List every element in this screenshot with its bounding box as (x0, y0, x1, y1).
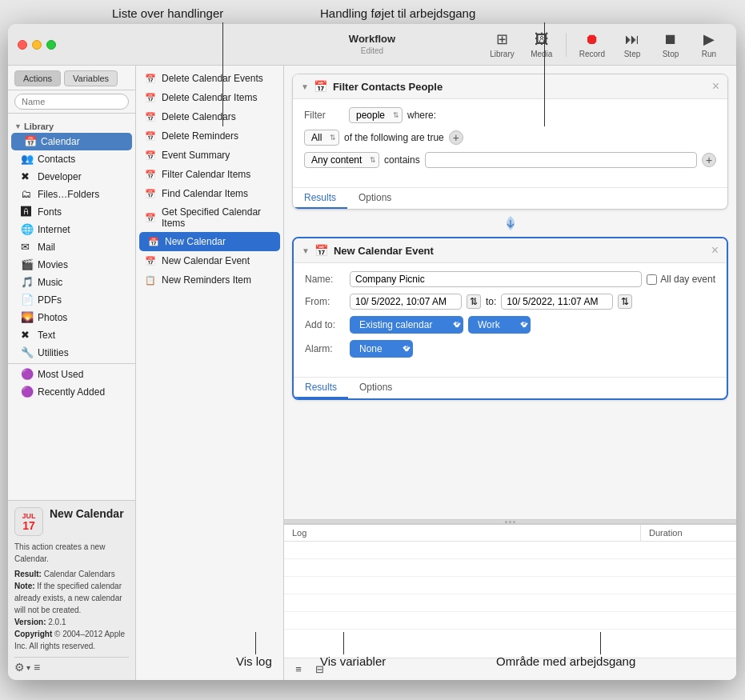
stop-button[interactable]: ⏹ Stop (653, 28, 688, 62)
sidebar-item-contacts[interactable]: 👥 Contacts (8, 150, 135, 168)
media-button[interactable]: 🖼 Media (524, 28, 559, 62)
sidebar-item-calendar[interactable]: 📅 Calendar (11, 133, 132, 150)
add-filter-button[interactable]: + (449, 130, 463, 145)
sidebar-item-movies[interactable]: 🎬 Movies (8, 256, 135, 274)
action-delete-events[interactable]: 📅 Delete Calendar Events (136, 69, 283, 88)
calendar-name-wrapper: Work (468, 316, 531, 334)
reminders-action-icon: 📋 (144, 274, 157, 286)
step-icon: ⏭ (625, 31, 639, 48)
name-label: Name: (305, 274, 345, 285)
splitter-dot-1 (505, 521, 507, 523)
existing-calendar-wrapper: Existing calendar (350, 316, 463, 334)
library-icon: ⊞ (496, 30, 508, 48)
contains-input[interactable] (425, 152, 697, 168)
show-log-button[interactable]: ≡ (290, 662, 306, 678)
action-get-specified[interactable]: 📅 Get Specified Calendar Items (136, 203, 283, 232)
sidebar-item-music[interactable]: 🎵 Music (8, 274, 135, 291)
calendar-action-icon: 📅 (144, 72, 157, 85)
calendar-name-select[interactable]: Work (468, 316, 531, 334)
log-bottom-toolbar: ≡ ⊟ (284, 658, 736, 680)
gear-button-group[interactable]: ⚙ ▾ (14, 661, 30, 674)
any-content-select[interactable]: Any content (304, 152, 379, 168)
to-label: to: (486, 296, 496, 307)
filter-tab-results[interactable]: Results (293, 188, 347, 209)
library-button[interactable]: ⊞ Library (483, 27, 521, 62)
to-input[interactable] (501, 294, 613, 310)
close-button[interactable] (18, 40, 27, 50)
action-new-calendar[interactable]: 📅 New Calendar (139, 232, 280, 251)
calendar-tab-options[interactable]: Options (348, 378, 403, 398)
sidebar-item-internet[interactable]: 🌐 Internet (8, 221, 135, 238)
sidebar-item-most-used[interactable]: 🟣 Most Used (8, 366, 135, 383)
splitter-dot-2 (509, 521, 511, 523)
alarm-select[interactable]: None (350, 340, 413, 358)
from-stepper[interactable]: ⇅ (467, 294, 481, 309)
left-column: Actions Variables ▼ Library 📅 Calendar (8, 66, 136, 680)
sidebar-item-photos[interactable]: 🌄 Photos (8, 309, 135, 326)
action-filter-items[interactable]: 📅 Filter Calendar Items (136, 165, 283, 184)
sidebar-item-developer[interactable]: ✖ Developer (8, 168, 135, 186)
sidebar-label-music: Music (38, 277, 62, 288)
filter-card-close[interactable]: × (712, 80, 719, 93)
tab-variables[interactable]: Variables (64, 70, 118, 86)
run-button[interactable]: ▶ Run (691, 27, 727, 62)
sidebar-label-mail: Mail (38, 242, 55, 253)
tab-actions[interactable]: Actions (14, 70, 61, 86)
sidebar-label-pdfs: PDFs (38, 294, 62, 306)
sidebar-item-text[interactable]: ✖ Text (8, 326, 135, 344)
all-day-checkbox[interactable] (647, 274, 657, 285)
action-delete-calendars[interactable]: 📅 Delete Calendars (136, 107, 283, 126)
action-new-reminders[interactable]: 📋 New Reminders Item (136, 270, 283, 290)
calendar-tab-results[interactable]: Results (294, 378, 348, 398)
filter-card-icon: 📅 (314, 79, 328, 94)
all-day-checkbox-label[interactable]: All day event (647, 274, 715, 285)
info-card: JUL17 New Calendar (14, 507, 129, 536)
sidebar-search-wrapper (8, 90, 135, 114)
developer-icon: ✖ (21, 170, 34, 183)
all-select[interactable]: All (304, 130, 339, 146)
step-button[interactable]: ⏭ Step (615, 28, 650, 62)
log-col-log: Log (284, 525, 640, 541)
sidebar-item-pdfs[interactable]: 📄 PDFs (8, 291, 135, 309)
add-contains-button[interactable]: + (702, 153, 716, 167)
existing-calendar-select[interactable]: Existing calendar (350, 316, 463, 334)
filter-chevron-icon[interactable]: ▼ (301, 82, 309, 91)
result-value: Calendar Calendars (44, 570, 115, 578)
to-stepper[interactable]: ⇅ (618, 294, 632, 309)
calendar-card-tabs: Results Options (294, 377, 727, 398)
sidebar-item-utilities[interactable]: 🔧 Utilities (8, 344, 135, 362)
music-icon: 🎵 (21, 276, 34, 289)
record-button[interactable]: ⏺ Record (573, 28, 611, 62)
from-input[interactable] (350, 294, 462, 310)
search-input[interactable] (14, 94, 129, 110)
minimize-button[interactable] (32, 40, 42, 50)
action-delete-reminders[interactable]: 📅 Delete Reminders (136, 126, 283, 146)
contains-label: contains (384, 154, 420, 166)
filter-row-2: All of the following are true + (304, 130, 716, 146)
info-version: Version: 2.0.1 (14, 616, 129, 628)
people-select[interactable]: people (349, 107, 403, 123)
list-icon[interactable]: ≡ (34, 661, 40, 674)
maximize-button[interactable] (46, 40, 56, 50)
sidebar-section-library[interactable]: ▼ Library (8, 117, 135, 133)
sidebar-item-mail[interactable]: ✉ Mail (8, 238, 135, 256)
name-input[interactable] (350, 271, 642, 287)
filter-tab-options[interactable]: Options (347, 188, 403, 209)
log-row-2 (284, 559, 736, 577)
sidebar-item-fonts[interactable]: 🅰 Fonts (8, 203, 135, 221)
action-new-calendar-event[interactable]: 📅 New Calendar Event (136, 251, 283, 270)
note-label: Note: (14, 582, 35, 590)
alarm-row: Alarm: None (305, 340, 715, 358)
sidebar-item-recently-added[interactable]: 🟣 Recently Added (8, 383, 135, 401)
show-variables-button[interactable]: ⊟ (311, 662, 327, 678)
sidebar-item-files[interactable]: 🗂 Files…Folders (8, 186, 135, 203)
workflow-arrow-svg (499, 216, 523, 230)
action-delete-items[interactable]: 📅 Delete Calendar Items (136, 88, 283, 107)
calendar-card-header: ▼ 📅 New Calendar Event × (294, 238, 727, 263)
action-event-summary[interactable]: 📅 Event Summary (136, 146, 283, 165)
log-col-duration: Duration (640, 525, 736, 541)
sidebar-label-contacts: Contacts (38, 154, 75, 165)
action-find-items[interactable]: 📅 Find Calendar Items (136, 184, 283, 203)
calendar-chevron-icon[interactable]: ▼ (302, 246, 310, 255)
calendar-card-close[interactable]: × (711, 244, 719, 257)
